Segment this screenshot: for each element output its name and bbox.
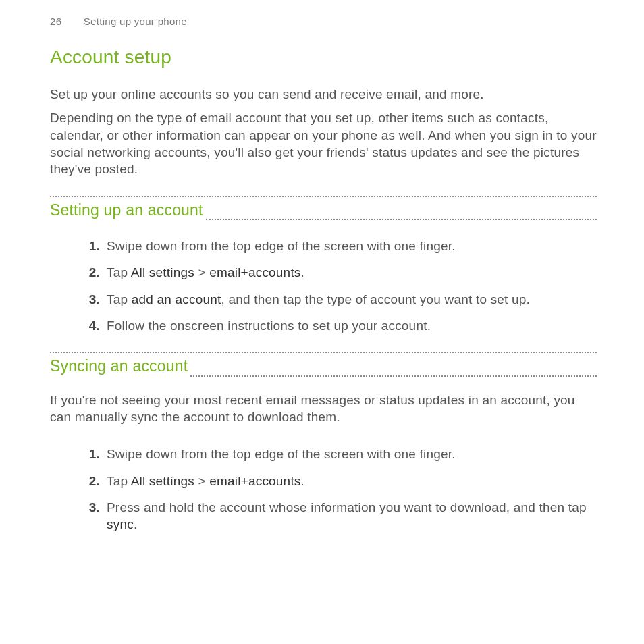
steps-list: 1. Swipe down from the top edge of the s…	[50, 224, 597, 334]
list-item: 1. Swipe down from the top edge of the s…	[81, 446, 597, 462]
step-text: Tap All settings > email+accounts.	[107, 474, 304, 488]
list-item: 3. Tap add an account, and then tap the …	[81, 291, 597, 308]
step-number: 4.	[81, 317, 100, 334]
section2-intro: If you're not seeing your most recent em…	[50, 392, 597, 426]
intro-paragraph-1: Set up your online accounts so you can s…	[50, 86, 597, 103]
list-item: 4. Follow the onscreen instructions to s…	[81, 317, 597, 334]
step-number: 2.	[81, 473, 100, 489]
section-syncing-account: Syncing an account If you're not seeing …	[50, 352, 597, 533]
step-number: 3.	[81, 291, 100, 308]
running-title: Setting up your phone	[84, 16, 187, 27]
running-header: 26 Setting up your phone	[50, 15, 597, 28]
step-number: 1.	[81, 238, 100, 254]
intro-paragraph-2: Depending on the type of email account t…	[50, 109, 597, 178]
steps-list: 1. Swipe down from the top edge of the s…	[50, 432, 597, 533]
list-item: 2. Tap All settings > email+accounts.	[81, 473, 597, 489]
divider	[190, 375, 597, 377]
subheading-setting-up: Setting up an account	[50, 197, 206, 225]
step-number: 1.	[81, 446, 100, 462]
step-text: Swipe down from the top edge of the scre…	[107, 239, 456, 253]
step-text: Swipe down from the top edge of the scre…	[107, 447, 456, 461]
divider	[206, 219, 597, 220]
subheading-syncing: Syncing an account	[50, 353, 190, 381]
list-item: 2. Tap All settings > email+accounts.	[81, 264, 597, 281]
step-text: Tap add an account, and then tap the typ…	[107, 292, 530, 306]
section-setting-up-account: Setting up an account 1. Swipe down from…	[50, 196, 597, 335]
page-number: 26	[50, 15, 61, 28]
step-text: Tap All settings > email+accounts.	[107, 265, 304, 279]
step-text: Follow the onscreen instructions to set …	[107, 319, 431, 333]
page-title: Account setup	[50, 45, 597, 70]
step-text: Press and hold the account whose informa…	[107, 500, 587, 531]
step-number: 2.	[81, 264, 100, 281]
list-item: 3. Press and hold the account whose info…	[81, 499, 597, 533]
step-number: 3.	[81, 499, 100, 516]
list-item: 1. Swipe down from the top edge of the s…	[81, 238, 597, 254]
